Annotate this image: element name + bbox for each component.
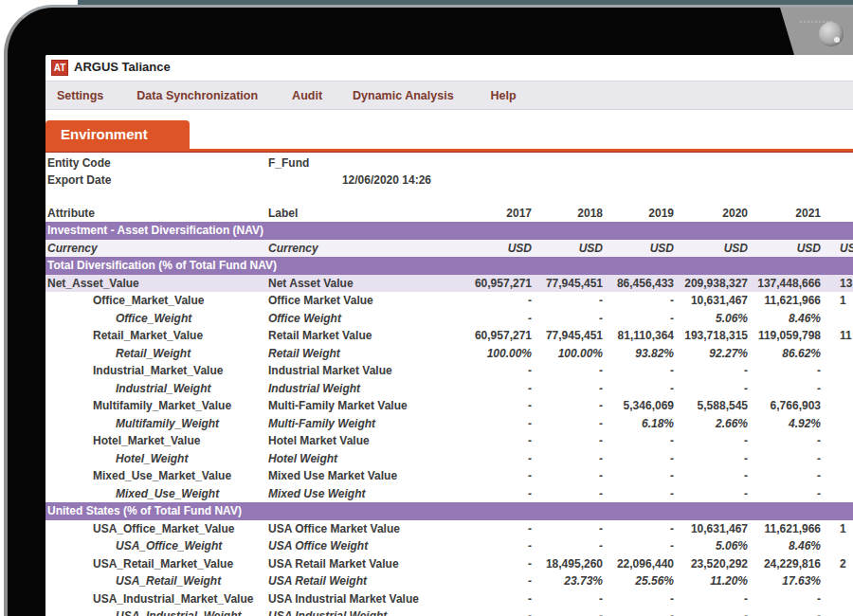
value-cell-2019: - [605, 485, 676, 503]
table-row[interactable]: Multifamily_Market_ValueMulti-Family Mar… [45, 397, 853, 415]
value-cell-2019: 5,346,069 [605, 397, 676, 415]
value-cell-2021: - [750, 362, 823, 380]
value-cell-clipped: 11 [823, 327, 853, 345]
value-cell-2021: - [750, 467, 823, 485]
attribute-cell: Currency [45, 240, 268, 258]
table-row[interactable]: Hotel_WeightHotel Weight----- [45, 450, 853, 468]
table-row[interactable]: USA_Industrial_WeightUSA Industrial Weig… [45, 607, 853, 616]
table-row[interactable]: Mixed_Use_WeightMixed Use Weight----- [45, 485, 853, 503]
menu-item-dynamic-analysis[interactable]: Dynamic Analysis [353, 89, 454, 102]
value-cell-2020: 23,520,292 [676, 555, 750, 573]
value-cell-2018: 18,495,260 [534, 555, 605, 573]
report-table: Attribute Label 20172018201920202021 Inv… [45, 205, 853, 616]
value-cell-2020: - [676, 485, 750, 503]
label-cell: Hotel Weight [268, 450, 462, 468]
label-cell: Net Asset Value [268, 275, 462, 293]
value-cell-2019: 6.18% [605, 415, 676, 433]
menu-item-settings[interactable]: Settings [57, 89, 103, 102]
value-cell-2021: 24,229,816 [750, 555, 823, 573]
value-cell-2018: - [534, 415, 605, 433]
table-row[interactable]: Office_Market_ValueOffice Market Value--… [45, 292, 853, 310]
attribute-cell: USA_Retail_Weight [45, 572, 268, 590]
menu-item-audit[interactable]: Audit [292, 89, 322, 102]
attribute-cell: Mixed_Use_Market_Value [45, 467, 268, 485]
value-cell-clipped [823, 450, 853, 468]
tab-bar: Environment [45, 110, 853, 149]
value-cell-clipped [823, 415, 853, 433]
table-row[interactable]: Retail_WeightRetail Weight100.00%100.00%… [45, 345, 853, 363]
camera-icon [819, 22, 844, 46]
value-cell-2021: 119,059,798 [750, 327, 823, 345]
table-row[interactable]: Net_Asset_ValueNet Asset Value60,957,271… [45, 275, 853, 293]
value-cell-2017: - [462, 607, 534, 616]
value-cell-2020: - [676, 607, 750, 616]
label-cell: USA Office Weight [268, 537, 462, 555]
value-cell-2019: - [605, 607, 676, 616]
value-cell-2019: 86,456,433 [605, 275, 676, 293]
value-cell-2018: - [534, 537, 605, 555]
table-row[interactable]: USA_Retail_Market_ValueUSA Retail Market… [45, 555, 853, 573]
table-row[interactable]: Mixed_Use_Market_ValueMixed Use Market V… [45, 467, 853, 485]
app-content: AT ARGUS Taliance SettingsData Synchroni… [45, 55, 853, 616]
value-cell-clipped [823, 537, 853, 555]
attribute-cell: Retail_Weight [45, 345, 268, 363]
attribute-cell: USA_Industrial_Weight [45, 607, 268, 616]
value-cell-2021: 86.62% [750, 345, 823, 363]
value-cell-2020: 10,631,467 [676, 292, 750, 310]
year-header-2018: 2018 [534, 205, 605, 222]
attribute-cell: Retail_Market_Value [45, 327, 268, 345]
value-cell-2021: - [750, 450, 823, 468]
app-title: ARGUS Taliance [74, 60, 171, 74]
table-row[interactable]: Industrial_WeightIndustrial Weight----- [45, 380, 853, 398]
value-cell-2021: 4.92% [750, 415, 823, 433]
tab-environment[interactable]: Environment [45, 120, 190, 149]
table-row[interactable]: USA_Office_Market_ValueUSA Office Market… [45, 520, 853, 538]
app-logo-icon: AT [51, 60, 68, 76]
value-cell-2019: 22,096,440 [605, 555, 676, 573]
value-cell-2019: - [605, 362, 676, 380]
value-cell-2019: - [605, 310, 676, 328]
value-cell-2020: 2.66% [676, 415, 750, 433]
value-cell-2019: 93.82% [605, 345, 676, 363]
attribute-cell: USA_Office_Market_Value [45, 520, 268, 538]
section-header: Total Diversification (% of Total Fund N… [45, 257, 853, 275]
value-cell-2017: - [462, 432, 534, 450]
value-cell-clipped: 1 [823, 292, 853, 310]
label-cell: USA Industrial Weight [268, 607, 462, 616]
attribute-cell: Hotel_Market_Value [45, 432, 268, 450]
value-cell-clipped [823, 432, 853, 450]
entity-code-label: Entity Code [45, 154, 268, 172]
table-row[interactable]: Retail_Market_ValueRetail Market Value60… [45, 327, 853, 345]
attribute-cell: Office_Market_Value [45, 292, 268, 310]
value-cell-2018: - [534, 607, 605, 616]
attribute-cell: Net_Asset_Value [45, 275, 268, 293]
export-date-label: Export Date [45, 172, 268, 189]
menu-item-data-synchronization[interactable]: Data Synchronization [136, 89, 258, 102]
table-row[interactable]: Industrial_Market_ValueIndustrial Market… [45, 362, 853, 380]
menu-item-help[interactable]: Help [491, 89, 517, 102]
value-cell-clipped [823, 590, 853, 608]
table-row[interactable]: Office_WeightOffice Weight---5.06%8.46% [45, 310, 853, 328]
value-cell-2020: 10,631,467 [676, 520, 750, 538]
table-row[interactable]: USA_Industrial_Market_ValueUSA Industria… [45, 590, 853, 608]
export-date-value: 12/06/2020 14:26 [268, 172, 462, 189]
value-cell-2019: USD [605, 240, 676, 258]
value-cell-2020: USD [676, 240, 750, 258]
value-cell-2018: - [534, 485, 605, 503]
value-cell-2021: 8.46% [750, 310, 823, 328]
value-cell-clipped: 1 [823, 520, 853, 538]
value-cell-clipped [823, 485, 853, 503]
value-cell-2018: - [534, 380, 605, 398]
value-cell-2018: - [534, 450, 605, 468]
table-row[interactable]: CurrencyCurrencyUSDUSDUSDUSDUSDUS [45, 240, 853, 258]
table-row[interactable]: USA_Retail_WeightUSA Retail Weight-23.73… [45, 572, 853, 590]
value-cell-2018: 77,945,451 [534, 327, 605, 345]
table-row[interactable]: USA_Office_WeightUSA Office Weight---5.0… [45, 537, 853, 555]
table-row[interactable]: Hotel_Market_ValueHotel Market Value----… [45, 432, 853, 450]
value-cell-2017: - [462, 380, 534, 398]
value-cell-clipped [823, 607, 853, 616]
value-cell-2018: - [534, 292, 605, 310]
year-header-2019: 2019 [605, 205, 676, 222]
table-row[interactable]: Multifamily_WeightMulti-Family Weight--6… [45, 415, 853, 433]
label-cell: Multi-Family Market Value [268, 397, 462, 415]
